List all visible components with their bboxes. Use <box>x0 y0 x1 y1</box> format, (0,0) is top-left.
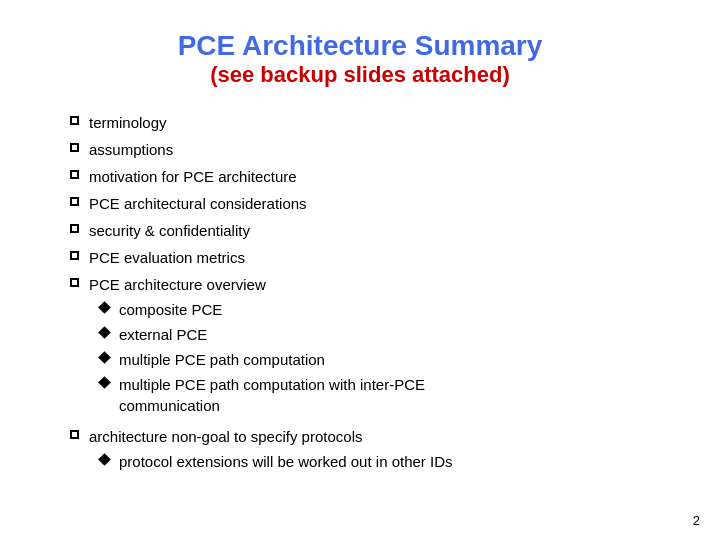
sub-bullet-list-overview: composite PCE external PCE multiple PCE … <box>70 299 425 420</box>
bullet-text-3: motivation for PCE architecture <box>89 166 297 187</box>
sub-bullet-item-composite: composite PCE <box>100 299 425 320</box>
sub-bullet-text-5: protocol extensions will be worked out i… <box>119 451 453 472</box>
bullet-icon-8 <box>70 430 79 439</box>
bullet-text-4: PCE architectural considerations <box>89 193 307 214</box>
bullet-icon-7 <box>70 278 79 287</box>
bullet-text-2: assumptions <box>89 139 173 160</box>
slide-title-sub: (see backup slides attached) <box>50 62 670 88</box>
bullet-icon-5 <box>70 224 79 233</box>
sub-bullet-item-external: external PCE <box>100 324 425 345</box>
sub-bullet-icon-4 <box>98 376 111 389</box>
bullet-item-nongoal: architecture non-goal to specify protoco… <box>70 426 670 476</box>
bullet-icon-2 <box>70 143 79 152</box>
slide-container: PCE Architecture Summary (see backup sli… <box>0 0 720 540</box>
sub-bullet-list-nongoal: protocol extensions will be worked out i… <box>70 451 453 476</box>
bullet-item-architectural: PCE architectural considerations <box>70 193 670 214</box>
bullet-item-security: security & confidentiality <box>70 220 670 241</box>
bullet-text-5: security & confidentiality <box>89 220 250 241</box>
bullet-icon-3 <box>70 170 79 179</box>
bullet-text-1: terminology <box>89 112 167 133</box>
bullet-text-7: PCE architecture overview <box>89 274 266 295</box>
sub-bullet-icon-5 <box>98 453 111 466</box>
bullet-text-6: PCE evaluation metrics <box>89 247 245 268</box>
bullet-text-8: architecture non-goal to specify protoco… <box>89 426 362 447</box>
sub-bullet-text-3: multiple PCE path computation <box>119 349 325 370</box>
slide-title-main: PCE Architecture Summary <box>50 30 670 62</box>
sub-bullet-item-multiple: multiple PCE path computation <box>100 349 425 370</box>
sub-bullet-text-1: composite PCE <box>119 299 222 320</box>
sub-bullet-text-2: external PCE <box>119 324 207 345</box>
bullet-item-evaluation: PCE evaluation metrics <box>70 247 670 268</box>
bullet-icon-1 <box>70 116 79 125</box>
bullet-icon-6 <box>70 251 79 260</box>
main-bullet-list: terminology assumptions motivation for P… <box>70 112 670 476</box>
sub-bullet-icon-3 <box>98 351 111 364</box>
sub-bullet-text-4: multiple PCE path computation with inter… <box>119 374 425 416</box>
bullet-item-overview: PCE architecture overview composite PCE … <box>70 274 670 420</box>
sub-bullet-item-interpce: multiple PCE path computation with inter… <box>100 374 425 416</box>
bullet-item-motivation: motivation for PCE architecture <box>70 166 670 187</box>
bullet-item-assumptions: assumptions <box>70 139 670 160</box>
bullet-icon-4 <box>70 197 79 206</box>
content-area: terminology assumptions motivation for P… <box>50 112 670 510</box>
bullet-item-terminology: terminology <box>70 112 670 133</box>
title-block: PCE Architecture Summary (see backup sli… <box>50 30 670 88</box>
sub-bullet-icon-1 <box>98 301 111 314</box>
page-number: 2 <box>693 513 700 528</box>
sub-bullet-icon-2 <box>98 326 111 339</box>
sub-bullet-item-protocol: protocol extensions will be worked out i… <box>100 451 453 472</box>
